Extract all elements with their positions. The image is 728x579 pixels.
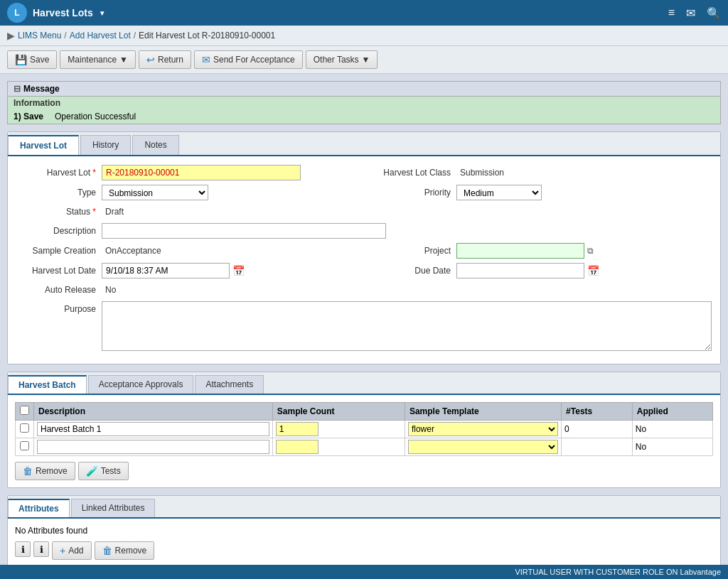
maintenance-button[interactable]: Maintenance ▼ [60,50,136,69]
message-title: Message [23,84,60,94]
due-date-cal-icon[interactable]: 📅 [587,265,599,276]
due-date-input[interactable] [456,263,584,278]
search-icon[interactable]: 🔍 [707,6,721,20]
harvest-lot-input[interactable] [102,165,301,180]
tests-button[interactable]: 🧪 Tests [78,462,129,480]
message-collapse-icon[interactable]: ⊟ [14,84,21,94]
row2-checkbox[interactable] [20,441,29,450]
purpose-textarea[interactable] [102,301,712,351]
app-logo: L [7,3,27,23]
breadcrumb-lims[interactable]: LIMS Menu [18,31,61,40]
required-star-1: * [92,168,96,178]
attr-tab-linked[interactable]: Linked Attributes [71,499,156,517]
send-acceptance-label: Send For Acceptance [213,55,295,65]
row2-sample-template[interactable] [408,440,558,454]
sub-tabs: Harvest Batch Acceptance Approvals Attac… [8,372,720,395]
auto-release-label: Auto Release [16,285,102,295]
main-tabs: Harvest Lot History Notes [8,132,720,156]
breadcrumb-add[interactable]: Add Harvest Lot [70,31,131,40]
harvest-lot-class-value: Submission [456,166,508,180]
other-tasks-label: Other Tasks [314,55,359,65]
remove-icon: 🗑 [23,465,33,477]
send-icon: ✉ [202,54,210,65]
tab-history[interactable]: History [80,135,131,155]
status-value: Draft [102,205,127,219]
sub-tab-attachments[interactable]: Attachments [195,375,264,394]
remove-label: Remove [36,466,68,476]
row1-checkbox[interactable] [20,423,29,433]
harvest-lot-date-group: Harvest Lot Date 📅 [16,263,364,278]
tests-icon: 🧪 [86,465,98,477]
breadcrumb-sep-2: / [134,31,136,40]
nav-dropdown-arrow[interactable]: ▼ [99,9,106,17]
harvest-lot-date-label: Harvest Lot Date [16,266,102,276]
project-input[interactable] [456,243,584,259]
row2-description[interactable] [37,440,269,454]
save-label: Save [30,55,49,65]
auto-release-group: Auto Release No [16,283,712,297]
breadcrumb-arrow: ▶ [7,30,15,41]
tab-harvest-lot[interactable]: Harvest Lot [8,135,79,155]
form-row-description: Description [16,223,712,239]
remove-attr-button[interactable]: 🗑 Remove [95,541,155,560]
sub-tab-harvest-batch[interactable]: Harvest Batch [8,375,87,394]
add-label: Add [68,546,83,556]
menu-icon[interactable]: ≡ [668,6,675,19]
breadcrumb-current: Edit Harvest Lot R-20180910-00001 [139,31,275,40]
project-label: Project [364,246,456,256]
description-label: Description [16,226,102,236]
row1-applied: No [636,424,646,434]
remove-attr-icon: 🗑 [102,545,112,556]
return-label: Return [158,55,183,65]
priority-group: Priority Medium [364,185,712,200]
breadcrumb-sep-1: / [64,31,66,40]
toolbar: 💾 Save Maintenance ▼ ↩ Return ✉ Send For… [0,46,728,74]
remove-attr-label: Remove [115,546,147,556]
batch-table-container: Description Sample Count Sample Template… [8,395,720,487]
harvest-lot-label: Harvest Lot * [16,168,102,178]
attr-tab-attributes[interactable]: Attributes [8,499,70,517]
status-group: Status * Draft [16,205,712,219]
description-input[interactable] [102,223,386,239]
col-sample-template: Sample Template [405,403,561,421]
col-tests: #Tests [562,403,633,421]
tests-label: Tests [101,466,121,476]
harvest-lot-date-cal-icon[interactable]: 📅 [232,265,245,276]
priority-select[interactable]: Medium [456,185,542,200]
form-row-status: Status * Draft [16,205,712,219]
row2-sample-count[interactable] [276,440,318,454]
other-tasks-button[interactable]: Other Tasks ▼ [306,50,378,69]
add-attr-button[interactable]: + Add [52,541,92,560]
send-acceptance-button[interactable]: ✉ Send For Acceptance [194,50,303,69]
purpose-row: Purpose [16,301,712,351]
project-ext-icon[interactable]: ⧉ [587,246,594,256]
return-button[interactable]: ↩ Return [139,50,191,69]
select-all-checkbox[interactable] [20,406,29,415]
harvest-lot-date-input[interactable] [102,263,230,278]
form-row-dates: Harvest Lot Date 📅 Due Date 📅 [16,263,712,278]
batch-card: Harvest Batch Acceptance Approvals Attac… [7,372,721,488]
message-success-row: 1) Save Operation Successful [8,109,720,124]
type-select[interactable]: Submission [102,185,208,200]
tab-notes[interactable]: Notes [132,135,178,155]
return-icon: ↩ [146,54,155,65]
save-icon: 💾 [15,54,27,65]
logo-text: L [14,8,19,18]
sub-tab-acceptance[interactable]: Acceptance Approvals [88,375,194,394]
maintenance-label: Maintenance [68,55,117,65]
breadcrumb: ▶ LIMS Menu / Add Harvest Lot / Edit Har… [0,26,728,46]
attr-tabs: Attributes Linked Attributes [8,496,720,519]
attr-info-2-button[interactable]: ℹ [33,541,49,557]
harvest-lot-class-group: Harvest Lot Class Submission [364,166,712,180]
attr-info-1-button[interactable]: ℹ [15,541,31,557]
content-area: ⊟ Message Information 1) Save Operation … [0,74,728,579]
mail-icon[interactable]: ✉ [686,6,695,20]
row1-description[interactable] [37,422,269,436]
row1-sample-template[interactable]: flower [408,422,558,436]
sample-creation-label: Sample Creation [16,246,102,256]
save-button[interactable]: 💾 Save [7,50,57,69]
add-icon: + [60,545,65,556]
harvest-lot-group: Harvest Lot * [16,165,364,180]
row1-sample-count[interactable] [276,422,318,436]
remove-batch-button[interactable]: 🗑 Remove [15,462,75,480]
